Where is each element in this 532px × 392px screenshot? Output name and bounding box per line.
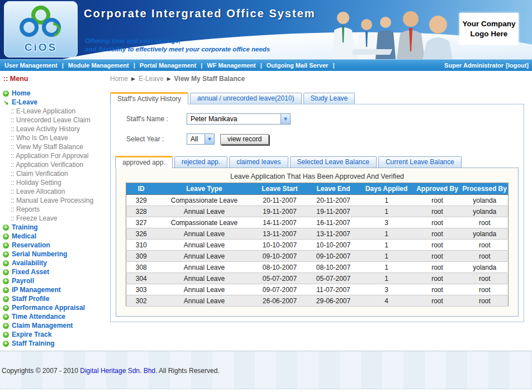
sidebar-item-label: E-Leave	[12, 98, 37, 106]
nav-separator: |	[260, 62, 262, 69]
cell: yolanda	[462, 228, 509, 240]
sidebar-item-performance-appraisal[interactable]: +Performance Appraisal	[3, 303, 110, 312]
cell: 26-06-2007	[253, 295, 307, 307]
sidebar-item-staff-profile[interactable]: +Staff Profile	[3, 294, 110, 303]
cell: 302	[126, 295, 156, 307]
sidebar-subitem-application-for-approval[interactable]: :: Application For Approval	[3, 151, 110, 160]
sidebar-subitem-reports[interactable]: :: Reports	[3, 205, 110, 214]
nav-item-user-management[interactable]: User Management	[3, 62, 59, 69]
sidebar-subitem-unrecorded-leave-claim[interactable]: :: Unrecorded Leave Claim	[3, 116, 110, 125]
staff-name-value: Peter Manikava	[187, 114, 281, 124]
cell: 08-10-2007	[307, 262, 360, 273]
nav-item-portal-management[interactable]: Portal Management	[139, 62, 197, 69]
sidebar-subitem-leave-activity-history[interactable]: :: Leave Activity History	[3, 125, 110, 133]
company-logo-line1: Your Company	[462, 19, 515, 29]
breadcrumb: Home▶E-Leave▶View My Staff Balance	[110, 75, 245, 83]
tab-staff-s-activity-history[interactable]: Staff's Activity History	[110, 92, 188, 104]
sidebar-item-availability[interactable]: +Availability	[3, 259, 110, 267]
table-row: 308Annual Leave08-10-200708-10-20071root…	[126, 262, 509, 273]
sidebar-item-time-attendance[interactable]: +Time Attendance	[3, 312, 110, 321]
nav-separator: |	[62, 62, 64, 69]
sidebar-item-expire-track[interactable]: +Expire Track	[3, 330, 110, 339]
sidebar-item-label: Training	[12, 223, 38, 231]
year-select[interactable]: All ▼	[187, 133, 215, 145]
cell: 1	[360, 206, 414, 217]
cell: 326	[126, 228, 156, 240]
subtab-selected-leave-balance[interactable]: Selected Leave Balance	[290, 156, 377, 168]
table-caption: Leave Application That Has Been Approved…	[116, 173, 518, 180]
plus-icon: +	[3, 278, 9, 284]
sidebar-item-home[interactable]: +Home	[3, 89, 110, 98]
breadcrumb-item-e-leave[interactable]: E-Leave	[139, 75, 164, 83]
sidebar-item-label: Staff Training	[12, 340, 55, 347]
sidebar-subitem-leave-allocation[interactable]: :: Leave Allocation	[3, 187, 110, 196]
sidebar-item-staff-training[interactable]: +Staff Training	[3, 339, 110, 348]
sidebar-item-ip-management[interactable]: +IP Management	[3, 285, 110, 294]
cell: Annual Leave	[156, 206, 253, 217]
cell: root	[414, 273, 462, 284]
tab-study-leave[interactable]: Study Leave	[303, 93, 355, 104]
nav-item-outgoing-mail-server[interactable]: Outgoing Mail Server	[265, 62, 330, 69]
subtab-current-leave-balance[interactable]: Current Leave Balance	[378, 156, 462, 168]
leave-table: IDLeave TypeLeave StartLeave EndDays App…	[126, 183, 509, 307]
cell: Annual Leave	[156, 240, 253, 251]
column-header-leave-end: Leave End	[307, 183, 360, 195]
sidebar-item-payroll[interactable]: +Payroll	[3, 276, 110, 285]
cell: Annual Leave	[156, 273, 253, 284]
sidebar-subitem-claim-verification[interactable]: :: Claim Verification	[3, 169, 110, 178]
nav-item-module-management[interactable]: Module Management	[67, 62, 130, 69]
company-logo-line2: Logo Here	[471, 29, 508, 39]
subtab-claimed-leaves[interactable]: claimed leaves	[229, 156, 288, 168]
sidebar-item-label: Payroll	[12, 277, 34, 285]
sidebar-subitem-manual-leave-processing[interactable]: :: Manual Leave Processing	[3, 196, 110, 205]
table-row: 310Annual Leave10-10-200710-10-20071root…	[126, 240, 509, 251]
cell: 09-10-2007	[307, 251, 360, 262]
sidebar-item-training[interactable]: +Training	[3, 223, 110, 232]
cell: 4	[360, 295, 414, 307]
sidebar-item-label: Medical	[12, 232, 36, 240]
sidebar-item-claim-management[interactable]: +Claim Management	[3, 321, 110, 330]
company-logo-placeholder: Your Company Logo Here	[459, 13, 519, 45]
plus-icon: +	[3, 251, 9, 257]
content: Staff's Activity Historyannual / unrecor…	[110, 87, 532, 322]
logout-link[interactable]: [logout]	[506, 62, 529, 69]
staff-name-select[interactable]: Peter Manikava ▼	[187, 113, 291, 125]
logged-in-user: Super Administrator	[444, 62, 504, 69]
sidebar-item-reservation[interactable]: +Reservation	[3, 241, 110, 250]
sidebar-subitem-application-verification[interactable]: :: Application Verification	[3, 160, 110, 169]
sidebar-subitem-freeze-leave[interactable]: :: Freeze Leave	[3, 214, 110, 223]
cell: root	[462, 284, 509, 295]
cell: 14-11-2007	[253, 217, 307, 228]
banner: CiOS Corporate Intergrated Office System…	[0, 0, 532, 59]
cell: 1	[360, 273, 414, 284]
cell: 29-06-2007	[307, 295, 360, 307]
sidebar-subitem-who-is-on-leave[interactable]: :: Who Is On Leave	[3, 133, 110, 142]
nav-separator: |	[332, 62, 334, 69]
view-record-button[interactable]: view record	[220, 134, 269, 145]
sidebar-item-serial-numbering[interactable]: +Serial Numbering	[3, 250, 110, 259]
sidebar-item-fixed-asset[interactable]: +Fixed Asset	[3, 267, 110, 276]
chevron-down-icon: ▼	[281, 114, 290, 124]
subtab-rejected-app[interactable]: rejected app.	[174, 156, 227, 168]
cell: 08-10-2007	[253, 262, 307, 273]
cell: 11-07-2007	[307, 284, 360, 295]
sidebar-subitem-e-leave-application[interactable]: :: E-Leave Application	[3, 107, 110, 116]
breadcrumb-item-home[interactable]: Home	[110, 75, 128, 83]
table-row: 328Annual Leave19-11-200719-11-20071root…	[126, 206, 509, 217]
column-header-leave-type: Leave Type	[156, 183, 253, 195]
subtab-approved-app[interactable]: approved app.	[115, 156, 173, 168]
menu-breadcrumb-row: :: Menu Home▶E-Leave▶View My Staff Balan…	[0, 71, 532, 87]
cell: 1	[360, 228, 414, 240]
sidebar-subitem-view-my-staff-balance[interactable]: :: View My Staff Balance	[3, 142, 110, 151]
staff-activity-panel: Staff's Name : Peter Manikava ▼ Select Y…	[110, 104, 524, 322]
cell: root	[414, 195, 462, 206]
sidebar-item-e-leave[interactable]: ↘E-Leave	[3, 98, 110, 107]
sidebar-subitem-holiday-setting[interactable]: :: Holiday Setting	[3, 178, 110, 187]
cell: Compassionate Leave	[156, 217, 253, 228]
tab-annual-unrecorded-leave-2010[interactable]: annual / unrecorded leave(2010)	[190, 93, 301, 104]
nav-item-wf-management[interactable]: WF Management	[206, 62, 256, 69]
cell: root	[462, 240, 509, 251]
sidebar-item-medical[interactable]: +Medical	[3, 232, 110, 241]
table-row: 326Annual Leave13-11-200713-11-20071root…	[126, 228, 509, 240]
company-link[interactable]: Digital Heritage Sdn. Bhd.	[80, 367, 157, 375]
